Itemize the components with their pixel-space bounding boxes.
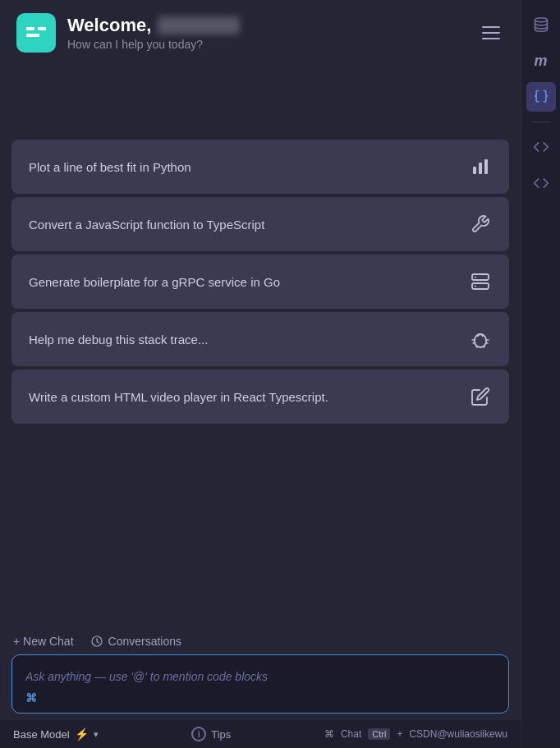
chart-icon [469,155,492,178]
tips-label: Tips [211,728,231,741]
info-icon: i [191,727,206,741]
header-text: Welcome, How can I help you today? [67,15,240,51]
conversations-label: Conversations [108,635,182,648]
bottom-area: + New Chat Conversations ⌘ Base Model ⚡ [0,625,521,748]
chat-input[interactable] [25,667,495,686]
suggestion-text-4: Help me debug this stack trace... [29,333,469,346]
dropdown-arrow[interactable]: ▾ [94,729,99,740]
footer-right: ⌘ Chat Ctrl + CSDN@wuliaosiikewu [324,728,507,740]
plus-symbol: + [397,728,402,740]
sidebar-database-icon[interactable] [526,10,556,39]
new-chat-label: + New Chat [13,635,74,648]
new-chat-button[interactable]: + New Chat [13,635,74,648]
svg-rect-1 [26,34,39,37]
shortcut-symbol: ⌘ [324,728,334,740]
logo-svg [24,21,48,45]
sidebar-curly-brace-active-icon[interactable] [526,82,556,112]
input-bottom: ⌘ [25,691,495,704]
welcome-text: Welcome, [67,15,151,36]
svg-rect-4 [479,163,482,174]
suggestion-text-5: Write a custom HTML video player in Reac… [29,390,469,404]
base-model-label: Base Model [13,728,70,741]
suggestion-text-2: Convert a JavaScript function to TypeScr… [29,218,469,232]
suggestion-text-3: Generate boilerplate for a gRPC service … [29,275,469,289]
csdn-label: CSDN@wuliaosiikewu [409,728,507,740]
header-left: Welcome, How can I help you today? [16,13,240,53]
bottom-actions: + New Chat Conversations [0,625,521,654]
hamburger-line-2 [482,32,500,34]
footer-bar: Base Model ⚡ ▾ i Tips ⌘ Chat Ctrl + CSDN… [0,720,521,748]
sidebar-italic-m-icon[interactable]: m [526,46,556,76]
main-content: Welcome, How can I help you today? Plot … [0,0,521,748]
username-blurred [158,16,240,34]
suggestion-card-2[interactable]: Convert a JavaScript function to TypeScr… [11,197,509,251]
subtitle: How can I help you today? [67,38,240,51]
suggestion-card-1[interactable]: Plot a line of best fit in Python [11,140,509,194]
sidebar-code-icon-2[interactable] [526,168,556,198]
svg-rect-3 [473,167,476,174]
svg-rect-5 [484,159,488,174]
at-symbol: ⌘ [25,691,37,704]
hamburger-line-3 [482,38,500,39]
sidebar-divider-1 [531,122,551,122]
welcome-title: Welcome, [67,15,240,36]
lightning-icon: ⚡ [75,727,89,741]
header: Welcome, How can I help you today? [0,0,521,66]
footer-left: Base Model ⚡ ▾ [13,727,99,741]
svg-point-11 [535,18,547,22]
right-sidebar: m [521,0,560,748]
suggestion-card-4[interactable]: Help me debug this stack trace... [11,312,509,366]
wrench-icon [469,213,492,236]
input-container[interactable]: ⌘ [11,654,509,714]
svg-point-9 [475,286,476,287]
suggestion-text-1: Plot a line of best fit in Python [29,160,469,174]
server-icon [469,270,492,293]
suggestion-card-5[interactable]: Write a custom HTML video player in Reac… [11,369,509,424]
logo-icon [16,13,56,53]
sidebar-code-icon-1[interactable] [526,132,556,162]
svg-rect-2 [38,27,46,30]
svg-point-8 [475,277,476,278]
suggestion-card-3[interactable]: Generate boilerplate for a gRPC service … [11,255,509,309]
ctrl-key: Ctrl [368,728,390,740]
m-label: m [534,53,547,70]
edit-icon [469,385,492,408]
suggestions-list: Plot a line of best fit in Python Conver… [0,131,521,434]
clock-icon [90,635,103,648]
conversations-button[interactable]: Conversations [90,635,182,648]
footer-center: i Tips [191,727,231,741]
svg-rect-0 [26,27,34,30]
hamburger-line-1 [482,26,500,28]
menu-button[interactable] [478,20,504,46]
bug-icon [469,328,492,351]
chat-label: Chat [341,728,361,740]
